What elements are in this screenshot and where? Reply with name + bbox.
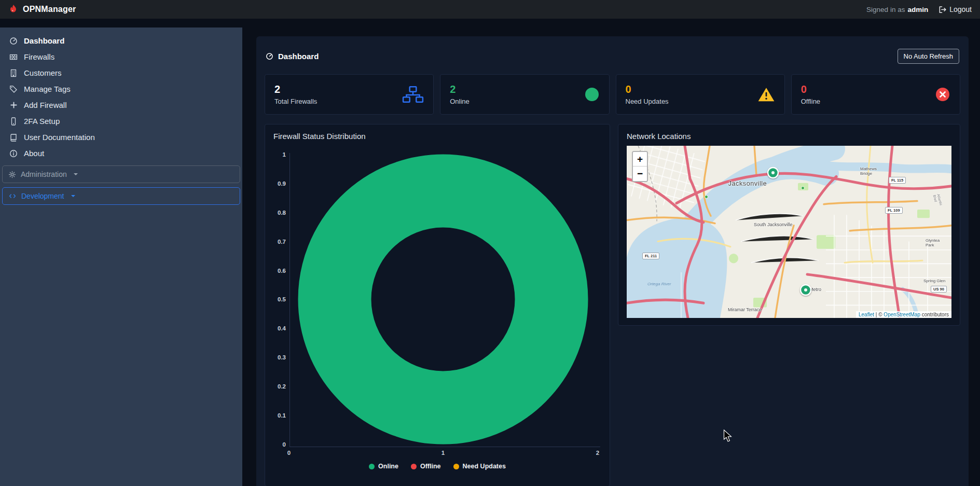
stat-label: Need Updates	[626, 98, 669, 105]
map-marker-firewall[interactable]	[766, 166, 780, 182]
chart-y-axis-line	[289, 153, 290, 447]
sidebar-item-2fa-setup[interactable]: 2FA Setup	[0, 113, 242, 129]
network-icon	[402, 86, 424, 103]
map-label-spring-glen: Spring Glen	[923, 279, 950, 283]
sidebar-item-label: User Documentation	[24, 133, 95, 142]
map-label-south-jacksonville: South Jacksonville	[754, 222, 793, 227]
chevron-down-icon	[74, 173, 78, 177]
openstreetmap-link[interactable]: OpenStreetMap	[884, 312, 920, 317]
legend-label: Offline	[420, 463, 441, 470]
stat-label: Total Firewalls	[274, 98, 317, 105]
map-tiles	[627, 146, 951, 318]
dashboard-icon	[266, 52, 273, 60]
y-tick: 0	[270, 441, 286, 448]
dashboard-icon	[9, 37, 18, 45]
sidebar-item-customers[interactable]: Customers	[0, 65, 242, 81]
gear-icon	[8, 171, 16, 178]
map-label-mathews-bridge: Mathews Bridge	[860, 166, 887, 176]
panel-header: Dashboard No Auto Refresh	[266, 49, 959, 64]
app-title[interactable]: OPNManager	[23, 5, 76, 14]
y-tick: 0.7	[270, 239, 286, 245]
stat-card-total-firewalls: 2 Total Firewalls	[265, 74, 434, 115]
sidebar-item-label: Add Firewall	[24, 101, 67, 109]
legend-item-online[interactable]: Online	[369, 463, 398, 470]
map-label-miramar-terrace: Miramar Terrace	[728, 307, 762, 312]
y-tick: 0.6	[270, 268, 286, 274]
legend-item-offline[interactable]: Offline	[411, 463, 441, 470]
legend-label: Online	[378, 463, 398, 470]
chevron-down-icon	[71, 195, 75, 199]
page-title-label: Dashboard	[278, 52, 319, 61]
logout-label: Logout	[949, 5, 972, 13]
network-locations-card: Network Locations	[618, 124, 960, 326]
code-icon	[8, 192, 17, 200]
map-marker-firewall[interactable]	[799, 283, 812, 299]
development-label: Development	[21, 192, 64, 200]
map-zoom-control: + −	[632, 151, 648, 182]
topbar: OPNManager Signed in asadmin Logout	[0, 0, 980, 19]
legend-dot	[369, 464, 375, 469]
leaflet-map[interactable]: Jacksonville South Jacksonville Spring G…	[627, 146, 951, 318]
map-label-ortega-river: Ortega River	[647, 282, 671, 286]
y-tick: 0.2	[270, 383, 286, 390]
legend-dot	[411, 464, 417, 469]
x-tick: 1	[441, 450, 445, 456]
sidebar-item-label: 2FA Setup	[24, 117, 60, 126]
leaflet-link[interactable]: Leaflet	[859, 312, 874, 317]
stat-card-online: 2 Online	[440, 74, 609, 115]
logout-button[interactable]: Logout	[938, 5, 972, 13]
stat-value: 0	[801, 84, 820, 95]
x-tick: 0	[287, 450, 291, 456]
zoom-out-button[interactable]: −	[633, 166, 647, 181]
sidebar-item-dashboard[interactable]: Dashboard	[0, 33, 242, 49]
x-circle-icon	[935, 87, 950, 102]
sidebar-item-label: Firewalls	[24, 52, 54, 61]
sidebar-item-label: About	[24, 149, 44, 158]
attribution-separator: |	[876, 312, 877, 317]
sidebar: Dashboard Firewalls Customers Manage Tag…	[0, 27, 242, 486]
map-label-glynlea-park: Glynlea Park	[926, 238, 948, 247]
tag-icon	[9, 85, 18, 93]
book-icon	[9, 133, 18, 142]
map-title: Network Locations	[627, 132, 951, 141]
zoom-in-button[interactable]: +	[633, 152, 647, 166]
route-shield-fl115: FL 115	[889, 177, 906, 184]
stat-value: 0	[626, 84, 669, 95]
sidebar-item-user-documentation[interactable]: User Documentation	[0, 129, 242, 145]
sidebar-item-manage-tags[interactable]: Manage Tags	[0, 81, 242, 97]
chart-y-axis: 1 0.9 0.8 0.7 0.6 0.5 0.4 0.3 0.2 0.1 0	[270, 151, 286, 448]
sidebar-item-label: Customers	[24, 68, 62, 77]
route-shield-fl109: FL 109	[885, 207, 903, 214]
auto-refresh-button[interactable]: No Auto Refresh	[898, 49, 959, 64]
main-panel: Dashboard No Auto Refresh 2 Total Firewa…	[256, 36, 969, 486]
sidebar-item-label: Manage Tags	[24, 85, 71, 93]
sidebar-item-about[interactable]: About	[0, 145, 242, 161]
signed-in-label: Signed in as	[866, 6, 905, 13]
stat-value: 2	[274, 84, 317, 95]
y-tick: 0.9	[270, 180, 286, 187]
y-tick: 0.5	[270, 296, 286, 302]
administration-dropdown[interactable]: Administration	[2, 165, 240, 183]
y-tick: 1	[270, 151, 286, 158]
stat-label: Offline	[801, 98, 820, 105]
administration-label: Administration	[21, 170, 67, 178]
chart-x-axis-line	[289, 447, 600, 447]
info-icon	[9, 149, 18, 158]
chart-title: Firewall Status Distribution	[273, 132, 601, 141]
app-logo-icon[interactable]	[8, 4, 19, 15]
sidebar-item-add-firewall[interactable]: Add Firewall	[0, 97, 242, 113]
firewall-icon	[9, 53, 18, 61]
route-shield-us90: US 90	[931, 286, 947, 293]
sidebar-item-firewalls[interactable]: Firewalls	[0, 49, 242, 65]
stat-label: Online	[450, 98, 470, 105]
y-tick: 0.8	[270, 210, 286, 216]
y-tick: 0.3	[270, 354, 286, 360]
map-attribution: Leaflet | © OpenStreetMap contributors	[856, 311, 951, 318]
y-tick: 0.4	[270, 325, 286, 331]
map-poi-dot	[801, 186, 805, 190]
x-tick: 2	[596, 450, 599, 456]
mobile-icon	[9, 117, 18, 126]
legend-item-need-updates[interactable]: Need Updates	[453, 463, 506, 470]
development-dropdown[interactable]: Development	[2, 187, 240, 205]
stat-card-offline: 0 Offline	[791, 74, 960, 115]
